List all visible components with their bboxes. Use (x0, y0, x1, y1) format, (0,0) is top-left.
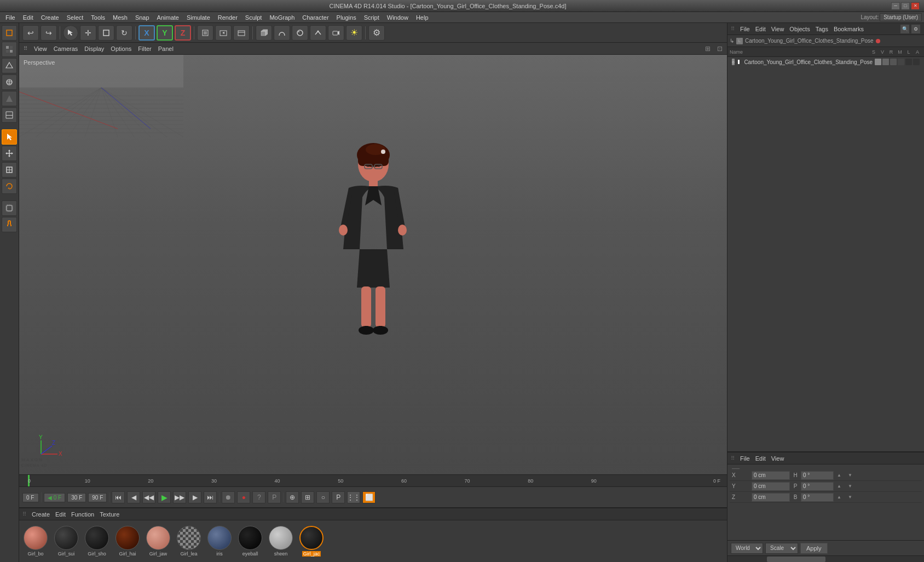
obj-status-2[interactable] (882, 59, 889, 65)
menu-mesh[interactable]: Mesh (109, 13, 131, 22)
viewport-menu-display[interactable]: Display (84, 45, 104, 52)
track-param-btn[interactable]: P (332, 491, 345, 503)
close-button[interactable]: ✕ (911, 2, 920, 10)
prop-x-spinner-down[interactable]: ▼ (845, 473, 856, 478)
y-axis-button[interactable]: Y (157, 25, 173, 41)
play-forward-button[interactable]: ▶ (158, 491, 171, 503)
undo-button[interactable]: ↩ (22, 25, 39, 41)
rp-menu-bookmarks[interactable]: Bookmarks (834, 26, 864, 32)
viewport-menu-cameras[interactable]: Cameras (54, 45, 78, 52)
rp-settings-button[interactable]: ⚙ (911, 24, 921, 34)
tool-polygon[interactable] (2, 58, 17, 73)
auto-key-button[interactable]: ● (237, 491, 250, 503)
render-settings-button[interactable]: ⚙ (368, 25, 385, 41)
menu-mograph[interactable]: MoGraph (266, 13, 298, 22)
render-view-button[interactable] (233, 25, 250, 41)
prop-y-spinner-up[interactable]: ▲ (834, 484, 845, 489)
obj-status-6[interactable] (913, 59, 920, 65)
track-move-btn[interactable]: ⊕ (286, 491, 299, 503)
prop-z-spinner-up[interactable]: ▲ (834, 495, 845, 500)
go-start-button[interactable]: ⏮ (112, 491, 125, 503)
play-fast-button[interactable]: ▶▶ (173, 491, 186, 503)
menu-animate[interactable]: Animate (154, 13, 182, 22)
mat-menu-function[interactable]: Function (71, 511, 94, 518)
menu-file[interactable]: File (2, 13, 19, 22)
track-scale-btn[interactable]: ⊞ (301, 491, 314, 503)
material-sheen[interactable]: sheen (267, 526, 295, 557)
viewport-menu-view[interactable]: View (34, 45, 47, 52)
obj-status-3[interactable] (890, 59, 897, 65)
menu-select[interactable]: Select (63, 13, 87, 22)
menu-plugins[interactable]: Plugins (333, 13, 360, 22)
render-region-button[interactable] (197, 25, 213, 41)
material-girl-sui[interactable]: Girl_sui (52, 526, 80, 557)
prop-y-pos[interactable]: 0 cm (752, 482, 790, 491)
track-rot-btn[interactable]: ○ (316, 491, 330, 503)
rp-search-button[interactable]: 🔍 (900, 24, 910, 34)
material-eyeball[interactable]: eyeball (236, 526, 264, 557)
material-girl-jac[interactable]: Girl_jac (297, 526, 326, 557)
menu-window[interactable]: Window (384, 13, 412, 22)
camera-button[interactable] (328, 25, 344, 41)
track-pts-btn[interactable]: ⋮⋮ (347, 491, 360, 503)
menu-help[interactable]: Help (413, 13, 432, 22)
prop-p-val[interactable]: 0 ° (801, 482, 834, 491)
viewport-canvas[interactable]: Perspective (19, 55, 727, 474)
menu-edit[interactable]: Edit (20, 13, 37, 22)
redo-button[interactable]: ↪ (41, 25, 57, 41)
tool-model[interactable] (2, 25, 17, 41)
tool-object[interactable] (2, 74, 17, 90)
menu-simulate[interactable]: Simulate (183, 13, 213, 22)
prop-z-pos[interactable]: 0 cm (752, 493, 790, 502)
mat-menu-texture[interactable]: Texture (100, 511, 119, 518)
viewport-maximize-icon[interactable]: ⊡ (717, 45, 723, 53)
z-axis-button[interactable]: Z (175, 25, 191, 41)
cube-button[interactable] (256, 25, 272, 41)
menu-create[interactable]: Create (38, 13, 62, 22)
step-back-button[interactable]: ◀ (127, 491, 140, 503)
mat-menu-create[interactable]: Create (32, 511, 50, 518)
prop-z-spinner-down[interactable]: ▼ (845, 495, 856, 500)
tool-select-active[interactable] (2, 129, 17, 145)
prop-h-val[interactable]: 0 ° (801, 471, 834, 480)
apply-button[interactable]: Apply (800, 543, 828, 554)
tool-rotate[interactable] (2, 179, 17, 194)
nurbs-button[interactable] (292, 25, 308, 41)
scene-object-item[interactable]: ○ Cartoon_Young_Girl_Office_Clothes_Stan… (727, 57, 924, 67)
menu-tools[interactable]: Tools (88, 13, 108, 22)
live-select-button[interactable] (63, 25, 78, 41)
menu-sculpt[interactable]: Sculpt (242, 13, 265, 22)
layout-selector[interactable]: Startup (User) (880, 13, 922, 21)
rp-menu-objects[interactable]: Objects (789, 26, 810, 32)
step-forward-button[interactable]: ▶ (188, 491, 201, 503)
material-girl-sho[interactable]: Girl_sho (83, 526, 111, 557)
viewport-expand-icon[interactable]: ⊞ (705, 45, 711, 53)
rp-menu-file[interactable]: File (740, 26, 750, 32)
playback-end-input[interactable]: 90 F (88, 493, 107, 502)
minimize-button[interactable]: ─ (891, 2, 900, 10)
transform-mode-select[interactable]: Scale Move Rotate (765, 543, 798, 554)
prop-x-spinner-up[interactable]: ▲ (834, 473, 845, 478)
material-girl-bo[interactable]: Girl_bo (21, 526, 50, 557)
obj-status-5[interactable] (905, 59, 912, 65)
render-picture-button[interactable] (215, 25, 232, 41)
attr-menu-view[interactable]: View (771, 455, 784, 462)
track-extra-btn[interactable]: ⬜ (362, 491, 376, 503)
menu-render[interactable]: Render (215, 13, 241, 22)
viewport-menu-panel[interactable]: Panel (158, 45, 174, 52)
material-girl-jaw[interactable]: Girl_jaw (144, 526, 172, 557)
record-button[interactable]: ⏺ (222, 491, 235, 503)
coord-system-select[interactable]: World Object Local (731, 543, 763, 554)
go-end-button[interactable]: ⏭ (204, 491, 217, 503)
light-button[interactable]: ☀ (346, 25, 362, 41)
deformer-button[interactable] (310, 25, 326, 41)
rp-menu-tags[interactable]: Tags (816, 26, 828, 32)
attr-menu-file[interactable]: File (740, 455, 750, 462)
tool-magnet[interactable] (2, 217, 17, 232)
viewport-menu-options[interactable]: Options (111, 45, 131, 52)
playback-start-input[interactable]: ◀ 0 F (44, 493, 65, 502)
motion-record-button[interactable]: P (268, 491, 281, 503)
tool-point[interactable] (2, 107, 17, 123)
rp-menu-view[interactable]: View (771, 26, 784, 32)
keyframe-button[interactable]: ? (252, 491, 265, 503)
